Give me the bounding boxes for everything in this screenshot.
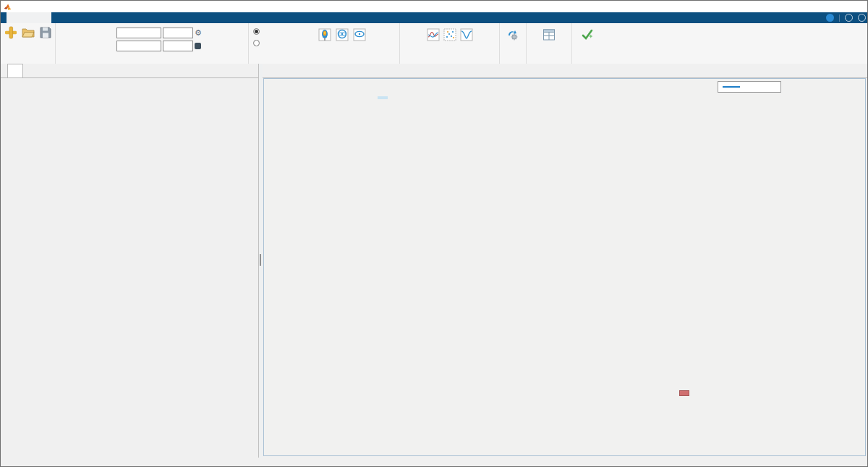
ribbon-section-file [1,23,56,64]
ribbon-section-coupling [400,23,500,64]
plot-tab-strip [263,64,867,78]
tab-properties[interactable] [7,64,23,77]
new-button[interactable] [4,23,17,40]
embedded-element-radio[interactable] [253,40,314,46]
matlab-logo-icon [4,3,12,11]
profile-icon[interactable] [858,14,866,22]
correlation-icon [443,28,456,41]
ribbon-section-optimize [500,23,527,64]
status-bar [1,458,868,467]
quick-access-right [826,12,866,23]
open-folder-icon [22,26,35,39]
maximize-button[interactable] [820,1,844,12]
plot-panel [263,64,867,458]
ribbon-section-view [527,23,572,64]
export-check-icon [581,28,594,41]
close-button[interactable] [844,1,868,12]
gear-icon: ⚙ [195,29,202,37]
3d-pattern-icon [318,28,331,41]
properties-tab-strip [1,64,258,78]
splitter-handle [260,254,261,266]
save-button[interactable] [39,23,52,41]
tab-designer[interactable] [7,12,51,23]
radio-selected-icon [253,28,260,35]
correlation-button[interactable] [443,25,456,42]
s-parameter-icon [460,28,473,41]
center-frequency-input[interactable] [116,28,161,38]
checkbox-checked-icon [195,43,201,49]
frequency-range-unit-select[interactable] [163,41,193,51]
cursor-delta-annotation[interactable] [378,96,388,99]
app-window: ⚙ [0,0,868,467]
radio-icon [253,40,260,46]
3d-pattern-button[interactable] [318,28,331,42]
divider [839,14,840,22]
ribbon-section-input: ⚙ [56,23,249,64]
elevation-polar-chart [264,79,865,455]
export-button[interactable] [581,25,594,43]
community-icon[interactable] [826,14,834,22]
optimize-button[interactable] [506,25,519,42]
ribbon: ⚙ [1,23,868,64]
settings-button[interactable]: ⚙ [195,29,248,37]
s-parameter-button[interactable] [460,25,473,42]
ribbon-tab-strip [1,12,868,23]
properties-panel [1,64,259,458]
beam-stats-annotation[interactable] [679,390,689,396]
el-pattern-button[interactable] [353,28,366,42]
new-document-icon [4,26,17,39]
ribbon-section-pattern [249,23,400,64]
impedance-button[interactable] [427,25,440,42]
legend-line-sample [723,86,740,88]
polar-figure [263,78,866,456]
center-frequency-unit-select[interactable] [163,28,193,38]
full-array-radio[interactable] [253,28,314,35]
default-layout-icon [542,28,556,41]
ribbon-section-export [572,23,602,64]
az-pattern-icon [336,28,349,41]
chart-legend[interactable] [718,81,781,93]
frequency-range-input[interactable] [116,41,161,51]
open-button[interactable] [22,23,35,41]
az-pattern-button[interactable] [336,28,349,42]
impedance-icon [427,28,440,41]
ribbon-spacer [602,23,868,64]
title-bar [1,1,868,12]
save-icon [39,26,52,39]
optimize-icon [506,28,519,41]
default-layout-button[interactable] [542,25,556,42]
main-area [1,64,868,458]
enable-coupling-checkbox[interactable] [195,43,248,49]
el-pattern-icon [353,28,366,41]
help-icon[interactable] [845,14,853,22]
minimize-button[interactable] [795,1,820,12]
